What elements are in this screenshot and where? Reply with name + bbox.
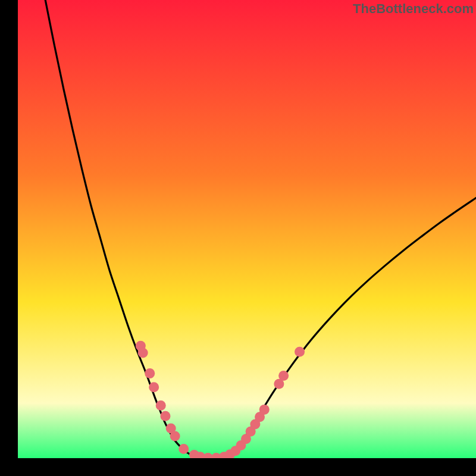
marker-dot bbox=[178, 444, 189, 454]
bottleneck-chart bbox=[18, 0, 476, 458]
marker-dot bbox=[156, 400, 166, 411]
marker-dot bbox=[170, 431, 180, 441]
marker-dot bbox=[295, 347, 305, 357]
marker-dot bbox=[160, 411, 170, 421]
marker-dot bbox=[149, 382, 159, 392]
marker-dot bbox=[259, 405, 270, 415]
marker-dot bbox=[145, 368, 155, 378]
chart-frame bbox=[18, 0, 476, 458]
marker-dot bbox=[278, 371, 289, 381]
marker-dot bbox=[138, 347, 148, 358]
gradient-background bbox=[18, 0, 476, 458]
watermark-text: TheBottleneck.com bbox=[353, 1, 474, 17]
